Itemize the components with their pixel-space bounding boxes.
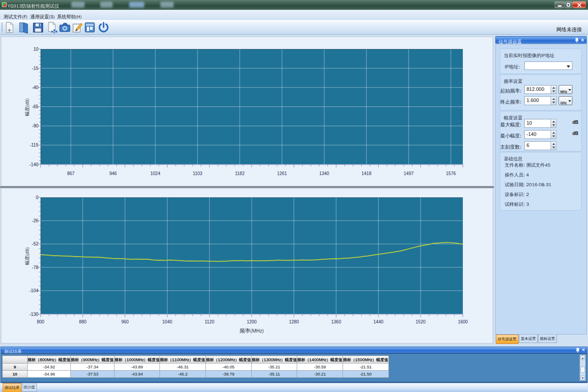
svg-text:-78: -78 xyxy=(32,265,39,270)
svg-text:1103: 1103 xyxy=(193,171,203,176)
svg-text:0: 0 xyxy=(36,195,38,200)
svg-text:-26: -26 xyxy=(32,218,39,223)
svg-text:10: 10 xyxy=(33,47,39,52)
svg-text:1200: 1200 xyxy=(247,319,257,324)
svg-text:1261: 1261 xyxy=(277,171,287,176)
svg-text:960: 960 xyxy=(121,319,129,324)
svg-text:867: 867 xyxy=(67,171,75,176)
svg-text:1600: 1600 xyxy=(458,319,468,324)
svg-text:-65: -65 xyxy=(32,104,39,109)
svg-text:-130: -130 xyxy=(29,312,38,317)
svg-text:-90: -90 xyxy=(32,123,39,128)
svg-text:-140: -140 xyxy=(29,162,38,167)
svg-text:880: 880 xyxy=(79,319,86,324)
svg-text:1024: 1024 xyxy=(150,171,160,176)
svg-text:1418: 1418 xyxy=(361,171,372,176)
svg-text:1576: 1576 xyxy=(446,171,456,176)
svg-text:-15: -15 xyxy=(32,66,39,71)
svg-text:1120: 1120 xyxy=(204,319,214,324)
svg-text:1360: 1360 xyxy=(331,319,341,324)
svg-text:1340: 1340 xyxy=(319,171,330,176)
svg-text:1280: 1280 xyxy=(289,319,299,324)
svg-text:-52: -52 xyxy=(32,241,39,246)
svg-text:-104: -104 xyxy=(29,288,38,293)
svg-text:946: 946 xyxy=(109,171,117,176)
svg-text:-115: -115 xyxy=(30,143,39,147)
svg-text:800: 800 xyxy=(37,319,45,324)
svg-text:1182: 1182 xyxy=(235,171,245,176)
svg-text:1520: 1520 xyxy=(416,319,426,324)
svg-text:1440: 1440 xyxy=(373,319,384,324)
svg-text:-40: -40 xyxy=(32,85,39,90)
svg-text:1497: 1497 xyxy=(404,171,414,176)
svg-text:1040: 1040 xyxy=(162,319,172,324)
